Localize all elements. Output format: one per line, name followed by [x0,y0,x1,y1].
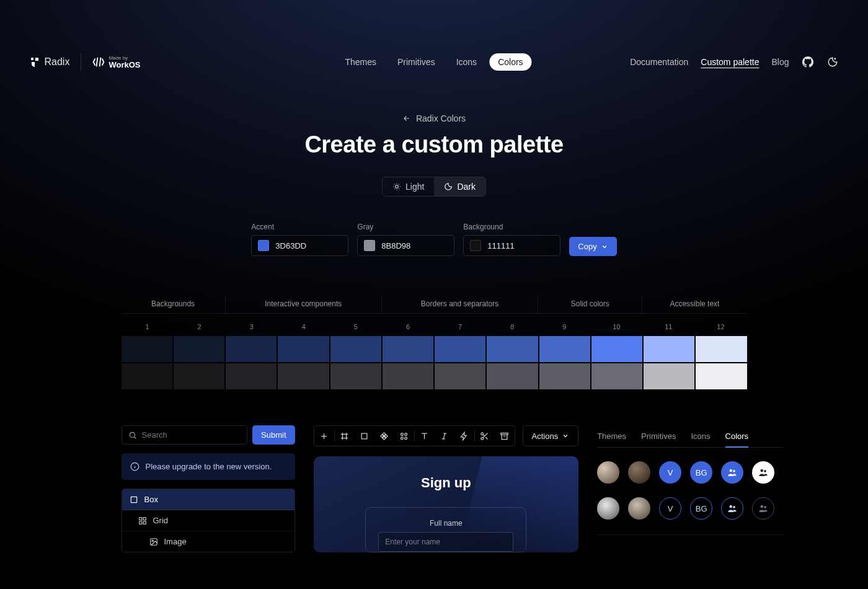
svg-point-2 [835,58,836,60]
avatar-photo-4[interactable] [628,497,650,520]
gray-step-4[interactable] [278,363,329,389]
gray-step-3[interactable] [226,363,277,389]
accent-step-9[interactable] [539,336,590,362]
scissors-icon[interactable] [475,426,495,446]
gray-value: 8B8D98 [381,241,410,250]
square-icon[interactable] [355,426,374,446]
avatar-group-white[interactable] [752,461,774,484]
nav-colors[interactable]: Colors [489,53,531,71]
scale-numbers: 123456789101112 [122,319,747,335]
accent-step-10[interactable] [591,336,642,362]
accent-step-1[interactable] [122,336,172,362]
link-documentation[interactable]: Documentation [630,57,688,67]
gray-step-12[interactable] [696,363,746,389]
back-link[interactable]: Radix Colors [402,113,466,123]
copy-label: Copy [578,242,596,251]
avatar-group-icon[interactable] [721,461,743,484]
tree-item-grid[interactable]: Grid [122,510,294,531]
actions-label: Actions [532,432,559,441]
arrow-left-icon [402,114,411,123]
avatar-outline-group[interactable] [721,497,743,520]
workos-name: WorkOS [108,61,140,69]
gray-step-11[interactable] [644,363,694,389]
gray-step-9[interactable] [539,363,590,389]
accent-step-8[interactable] [487,336,538,362]
theme-toggle-icon[interactable] [826,56,839,68]
page-title: Create a custom palette [25,131,844,158]
fullname-input[interactable] [378,532,513,552]
actions-button[interactable]: Actions [523,425,579,446]
accent-input[interactable]: 3D63DD [251,235,348,256]
tab-colors[interactable]: Colors [725,425,749,447]
gray-step-8[interactable] [487,363,538,389]
search-box[interactable] [122,425,248,445]
gray-step-10[interactable] [591,363,642,389]
gray-step-7[interactable] [435,363,485,389]
avatar-outline-bg[interactable]: BG [690,497,712,520]
copy-button[interactable]: Copy [569,237,616,256]
avatar-outline-group-dim[interactable] [752,497,774,520]
text-icon[interactable] [415,426,435,446]
avatar-photo-3[interactable] [597,497,619,520]
gray-scale-row [122,363,747,389]
scale-num-8: 8 [486,319,538,335]
accent-step-12[interactable] [696,336,746,362]
scale-num-4: 4 [278,319,330,335]
scale-h-solid: Solid colors [538,294,642,313]
tab-primitives[interactable]: Primitives [641,425,676,447]
archive-icon[interactable] [495,426,515,446]
radix-logo[interactable]: Radix [30,56,70,68]
gray-step-6[interactable] [383,363,433,389]
avatar-outline-v[interactable]: V [659,497,681,520]
accent-step-11[interactable] [644,336,694,362]
avatar-initial-v[interactable]: V [659,461,681,484]
gray-step-1[interactable] [122,363,172,389]
avatar-initial-bg[interactable]: BG [690,461,712,484]
accent-step-5[interactable] [330,336,381,362]
scale-num-3: 3 [226,319,278,335]
tab-themes[interactable]: Themes [597,425,626,447]
mode-light[interactable]: Light [383,177,434,196]
accent-step-2[interactable] [174,336,224,362]
svg-point-14 [401,433,404,435]
link-custom-palette[interactable]: Custom palette [701,57,759,67]
scale-num-10: 10 [590,319,642,335]
svg-rect-13 [361,433,367,439]
accent-step-7[interactable] [435,336,485,362]
scale-num-1: 1 [122,319,174,335]
link-blog[interactable]: Blog [771,57,789,67]
box-icon [130,495,138,504]
main: Radix Colors Create a custom palette Lig… [25,78,844,552]
header-right: Documentation Custom palette Blog [630,56,838,68]
github-icon[interactable] [802,56,814,68]
gray-step-2[interactable] [174,363,224,389]
tab-icons[interactable]: Icons [691,425,710,447]
grid-icon [138,516,147,525]
nav-themes[interactable]: Themes [336,53,385,71]
avatars-row-2: V BG [597,497,783,520]
italic-icon[interactable] [435,426,454,446]
accent-step-3[interactable] [226,336,277,362]
accent-step-6[interactable] [383,336,433,362]
accent-step-4[interactable] [278,336,329,362]
avatar-photo-1[interactable] [597,461,619,484]
plus-icon[interactable] [314,426,334,446]
workos-logo[interactable]: Made by WorkOS [92,56,140,69]
mode-dark[interactable]: Dark [434,177,485,196]
bg-input[interactable]: 111111 [463,235,560,256]
gray-input[interactable]: 8B8D98 [357,235,454,256]
avatar-photo-2[interactable] [628,461,650,484]
submit-button[interactable]: Submit [252,425,294,445]
gray-step-5[interactable] [330,363,381,389]
tree-item-box[interactable]: Box [122,489,294,510]
nav-primitives[interactable]: Primitives [389,53,444,71]
search-input[interactable] [142,430,241,440]
tree-box-label: Box [144,495,158,504]
tree-item-image[interactable]: Image [122,531,294,552]
frame-icon[interactable] [335,426,355,446]
lightning-icon[interactable] [454,426,474,446]
component-icon[interactable] [374,426,394,446]
tokens-icon[interactable] [394,426,414,446]
nav-icons[interactable]: Icons [448,53,485,71]
color-inputs: Accent 3D63DD Gray 8B8D98 Background 111… [25,223,844,256]
